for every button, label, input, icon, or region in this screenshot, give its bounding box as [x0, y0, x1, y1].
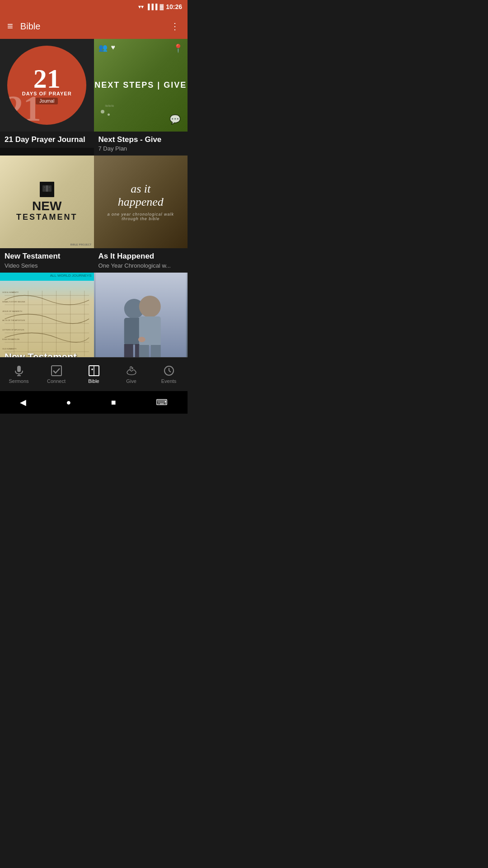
battery-icon: ▓ [160, 4, 164, 10]
as-it-happened-label-area: As It Happened One Year Chronological w.… [94, 248, 188, 272]
dot-decoration-1 [101, 110, 104, 113]
nav-give[interactable]: Give [113, 365, 150, 384]
svg-point-31 [139, 296, 160, 317]
waves-decoration: ≈≈≈ [105, 103, 114, 109]
app-header: ≡ Bible ⋮ [0, 14, 188, 39]
aih-main-text: as it happened [118, 183, 164, 208]
svg-text:JESUS OF NAZARETH: JESUS OF NAZARETH [2, 310, 22, 312]
nav-events-label: Events [161, 378, 177, 384]
next-steps-text: NEXT STEPS | GIVE [94, 80, 187, 90]
prayer-circle: 21 21 DAYS OF PRAYER Journal [7, 46, 86, 125]
content-scroll-area[interactable]: 21 21 DAYS OF PRAYER Journal 21 Day Pray… [0, 39, 188, 357]
couple-image [94, 273, 188, 357]
svg-rect-37 [17, 366, 21, 372]
check-box-icon [51, 365, 62, 377]
home-button[interactable]: ● [66, 398, 71, 407]
next-steps-label-area: Next Steps - Give 7 Day Plan [94, 132, 188, 156]
nt-book-icons [40, 182, 54, 197]
new-testament-label-area: New Testament Video Series [0, 248, 94, 272]
nt-line2: TESTAMENT [16, 212, 78, 222]
clock-icon [163, 365, 175, 377]
nt-watermark: BIBLE PROJECT [70, 243, 92, 246]
new-testament-content: NEW TESTAMENT BIBLE PROJECT [0, 156, 94, 248]
prayer-journal-label-area: 21 Day Prayer Journal [0, 132, 94, 148]
svg-text:GOD & HUMANITY: GOD & HUMANITY [2, 291, 19, 293]
prayer-big-number: 21 [7, 88, 41, 125]
card-nt-map[interactable]: ALL WORLD JOURNEYS [0, 273, 94, 357]
nav-sermons[interactable]: Sermons [0, 365, 38, 384]
nav-events[interactable]: Events [150, 365, 188, 384]
nt-map-content: ALL WORLD JOURNEYS [0, 273, 94, 357]
chat-icon: 💬 [169, 114, 181, 125]
couple-figures [94, 273, 188, 357]
as-it-happened-content: as it happened a one year chronological … [94, 156, 188, 248]
android-nav-bar: ◀ ● ■ ⌨ [0, 391, 188, 414]
time-display: 10:26 [166, 3, 182, 10]
svg-rect-1 [47, 185, 52, 192]
nav-connect-label: Connect [47, 378, 66, 384]
card-as-it-happened[interactable]: as it happened a one year chronological … [94, 156, 188, 272]
svg-rect-33 [139, 345, 149, 357]
nt-map-watermark: ALL WORLD JOURNEYS [50, 274, 92, 278]
nt-book-icon-1 [40, 182, 54, 197]
back-button[interactable]: ◀ [20, 397, 26, 407]
status-icons: ▾▾ ▐▐▐ ▓ 10:26 [138, 3, 182, 10]
signal-icon: ▐▐▐ [146, 4, 158, 10]
nav-bible-label: Bible [88, 378, 99, 384]
prayer-journal-image: 21 21 DAYS OF PRAYER Journal [0, 39, 94, 132]
dot-decoration-2 [108, 113, 110, 116]
card-new-testament[interactable]: NEW TESTAMENT BIBLE PROJECT New Testamen… [0, 156, 94, 272]
menu-icon[interactable]: ≡ [7, 20, 13, 32]
header-left: ≡ Bible [7, 20, 40, 32]
nt-map-image: ALL WORLD JOURNEYS [0, 273, 94, 357]
as-it-happened-subtitle: One Year Chronological w... [99, 262, 183, 269]
bottom-navigation: Sermons Connect Bible Give [0, 357, 188, 391]
next-steps-image: 👥 ♥ 📍 NEXT STEPS | GIVE ≈≈≈ 💬 [94, 39, 188, 132]
prayer-journal-title: 21 Day Prayer Journal [5, 135, 89, 144]
nt-book-svg [42, 184, 52, 195]
more-options-icon[interactable]: ⋮ [170, 21, 180, 32]
content-grid: 21 21 DAYS OF PRAYER Journal 21 Day Pray… [0, 39, 188, 357]
wifi-icon: ▾▾ [138, 4, 144, 10]
next-steps-top-icons: 👥 ♥ [99, 43, 116, 52]
status-bar: ▾▾ ▐▐▐ ▓ 10:26 [0, 0, 188, 14]
svg-rect-0 [42, 185, 47, 192]
next-steps-subtitle: 7 Day Plan [99, 145, 183, 152]
card-next-steps[interactable]: 👥 ♥ 📍 NEXT STEPS | GIVE ≈≈≈ 💬 Next Steps… [94, 39, 188, 156]
give-hand-icon [126, 365, 137, 377]
prayer-number: 21 [33, 66, 61, 91]
new-testament-subtitle: Video Series [5, 262, 89, 269]
aih-sub-text: a one year chronological walk through th… [99, 212, 183, 221]
svg-line-49 [169, 371, 171, 372]
bible-icon [88, 365, 100, 377]
people-icon: 👥 [99, 43, 108, 52]
nav-connect[interactable]: Connect [38, 365, 75, 384]
nt-line1: NEW [32, 200, 61, 212]
svg-rect-40 [52, 366, 61, 376]
svg-text:OLD HUMANITY: OLD HUMANITY [2, 347, 17, 349]
svg-text:ACTS OF THE APOSTLES: ACTS OF THE APOSTLES [2, 319, 25, 321]
nav-give-label: Give [126, 378, 136, 384]
as-it-happened-image: as it happened a one year chronological … [94, 156, 188, 248]
recent-button[interactable]: ■ [111, 398, 116, 407]
card-couple[interactable] [94, 273, 188, 357]
nt-map-overlay-title: New Testament [5, 351, 77, 357]
card-prayer-journal[interactable]: 21 21 DAYS OF PRAYER Journal 21 Day Pray… [0, 39, 94, 156]
heart-icon: ♥ [111, 43, 116, 52]
page-title: Bible [20, 21, 40, 32]
svg-rect-29 [124, 344, 133, 357]
svg-point-35 [138, 337, 145, 342]
map-svg: GOD & HUMANITY ISRAEL'S STORY BEGINS JES… [0, 281, 94, 357]
next-steps-title: Next Steps - Give [99, 135, 183, 144]
nav-sermons-label: Sermons [9, 378, 28, 384]
svg-rect-34 [150, 345, 160, 357]
couple-svg [94, 273, 188, 357]
mic-icon [13, 365, 25, 377]
svg-text:ISRAEL'S STORY BEGINS: ISRAEL'S STORY BEGINS [2, 301, 25, 303]
as-it-happened-title: As It Happened [99, 252, 183, 261]
svg-text:EXILE IN BABYLON: EXILE IN BABYLON [2, 338, 19, 340]
keyboard-button[interactable]: ⌨ [156, 397, 168, 407]
nav-bible[interactable]: Bible [75, 365, 113, 384]
new-testament-image: NEW TESTAMENT BIBLE PROJECT [0, 156, 94, 248]
svg-text:LETTERS OF APOSTLES: LETTERS OF APOSTLES [2, 329, 24, 331]
